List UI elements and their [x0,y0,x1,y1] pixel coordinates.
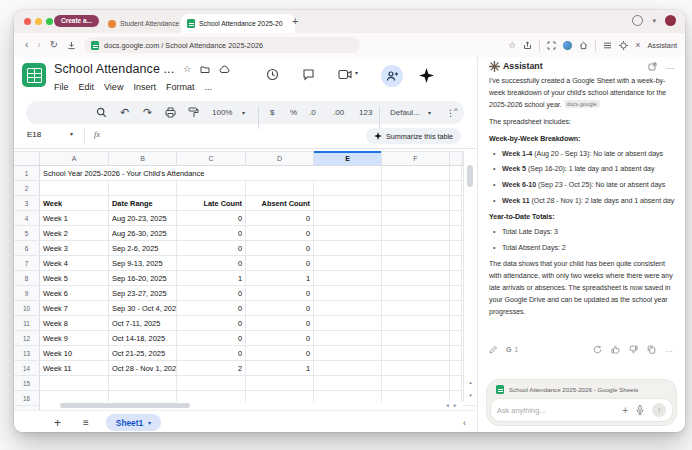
scroll-up-icon[interactable]: ▴ [464,376,477,388]
summarize-table-button[interactable]: Summarize this table [366,128,461,144]
cell[interactable] [382,211,450,225]
select-all-corner[interactable] [14,152,40,165]
cell[interactable]: 0 [177,256,246,270]
download-icon[interactable] [67,41,76,50]
font-dropdown-icon[interactable]: ▾ [428,101,431,124]
row-header-4[interactable]: 4 [14,211,40,225]
cell[interactable] [314,376,382,390]
bookmark-star-icon[interactable]: ☆ [508,40,516,50]
column-header-partial[interactable] [450,152,463,165]
cell[interactable]: 0 [246,346,314,360]
cell[interactable]: 0 [246,286,314,300]
cell[interactable] [314,241,382,255]
cell[interactable]: Sep 23-27, 2025 [109,286,177,300]
cell[interactable]: Sep 30 - Oct 4, 2025 [109,301,177,315]
gemini-sparkle-icon[interactable] [419,68,434,83]
cell[interactable] [246,166,314,180]
print-icon[interactable] [165,101,176,124]
attach-icon[interactable]: + [622,405,628,416]
cell[interactable] [382,241,450,255]
copy-icon[interactable] [647,345,656,354]
cell[interactable]: 0 [246,331,314,345]
cell[interactable]: Sep 16-20, 2025 [109,271,177,285]
cell[interactable] [246,181,314,195]
cell[interactable] [382,181,450,195]
cell[interactable]: Oct 28 - Nov 1, 2025 [109,361,177,375]
cell[interactable]: Week 2 [40,226,109,240]
screenshot-icon[interactable] [547,41,556,50]
all-sheets-icon[interactable]: ≡ [83,417,88,428]
extension-icon[interactable] [563,41,572,50]
cell[interactable]: School Year 2025-2026 - Your Child's Att… [40,166,109,180]
back-icon[interactable]: ‹ [25,40,28,50]
comment-icon[interactable] [302,68,315,81]
row-header-3[interactable]: 3 [14,196,40,210]
search-icon[interactable] [96,101,107,124]
column-header-a[interactable]: A [40,152,109,165]
row-header-5[interactable]: 5 [14,226,40,240]
share-button[interactable] [381,65,403,87]
home-icon[interactable] [579,41,588,50]
row-header-16[interactable]: 16 [14,391,40,405]
cell[interactable]: Absent Count [246,196,314,210]
assistant-button-label[interactable]: Assistant [647,41,677,50]
row-header-2[interactable]: 2 [14,181,40,195]
cell[interactable]: Week 11 [40,361,109,375]
cell[interactable]: 0 [246,316,314,330]
retry-icon[interactable] [593,345,602,354]
context-chip[interactable]: School Attendance 2025-2026 - Google She… [487,380,676,394]
cell[interactable]: 0 [177,286,246,300]
close-window-button[interactable] [24,18,31,25]
column-header-f[interactable]: F [382,152,450,165]
cell[interactable]: 0 [177,226,246,240]
cell[interactable] [382,256,450,270]
vertical-scrollbar[interactable]: ▴ ▾ [463,151,477,402]
cell[interactable]: Week [40,196,109,210]
close-assistant-icon[interactable]: × [635,40,640,50]
row-header-10[interactable]: 10 [14,301,40,315]
tab-school-attendance[interactable]: School Attendance 2025-20 [181,14,295,33]
column-header-d[interactable]: D [246,152,314,165]
cell[interactable]: 1 [246,361,314,375]
cell[interactable] [450,226,462,240]
scroll-right-icon[interactable]: ▸ [454,402,457,408]
cell[interactable] [450,301,462,315]
number-format-button[interactable]: 123 [359,101,372,124]
scroll-down-icon[interactable]: ▾ [464,389,477,401]
version-history-icon[interactable] [266,68,279,81]
column-header-c[interactable]: C [177,152,246,165]
cell[interactable] [314,226,382,240]
paint-format-icon[interactable] [188,101,199,124]
minimize-window-button[interactable] [35,18,42,25]
collapse-panel-icon[interactable]: ‹ [463,418,466,428]
cell[interactable] [314,196,382,210]
row-header-8[interactable]: 8 [14,271,40,285]
cell[interactable]: Oct 14-18, 2025 [109,331,177,345]
edit-icon[interactable] [489,346,497,354]
currency-format-button[interactable]: $ [270,101,274,124]
add-sheet-icon[interactable]: + [54,416,61,430]
chevron-down-icon[interactable]: ▾ [355,69,358,76]
cell[interactable]: Aug 20-23, 2025 [109,211,177,225]
cell[interactable] [450,361,462,375]
cell[interactable] [382,331,450,345]
cell[interactable]: 1 [246,271,314,285]
cell[interactable] [450,316,462,330]
row-header-1[interactable]: 1 [14,166,40,180]
cell[interactable]: 0 [246,211,314,225]
cell[interactable]: 0 [177,211,246,225]
cell[interactable] [314,361,382,375]
cell[interactable] [314,286,382,300]
cell[interactable]: Week 10 [40,346,109,360]
sheet-tab-sheet1[interactable]: Sheet1 ▾ [106,414,161,431]
cell[interactable] [382,271,450,285]
row-header-13[interactable]: 13 [14,346,40,360]
cell[interactable]: 0 [177,241,246,255]
new-tab-button[interactable]: + [292,15,298,27]
cell[interactable]: Sep 2-6, 2025 [109,241,177,255]
cell[interactable] [382,196,450,210]
cell[interactable] [314,256,382,270]
cell[interactable]: Date Range [109,196,177,210]
cell[interactable] [382,301,450,315]
column-header-e[interactable]: E [314,152,382,165]
